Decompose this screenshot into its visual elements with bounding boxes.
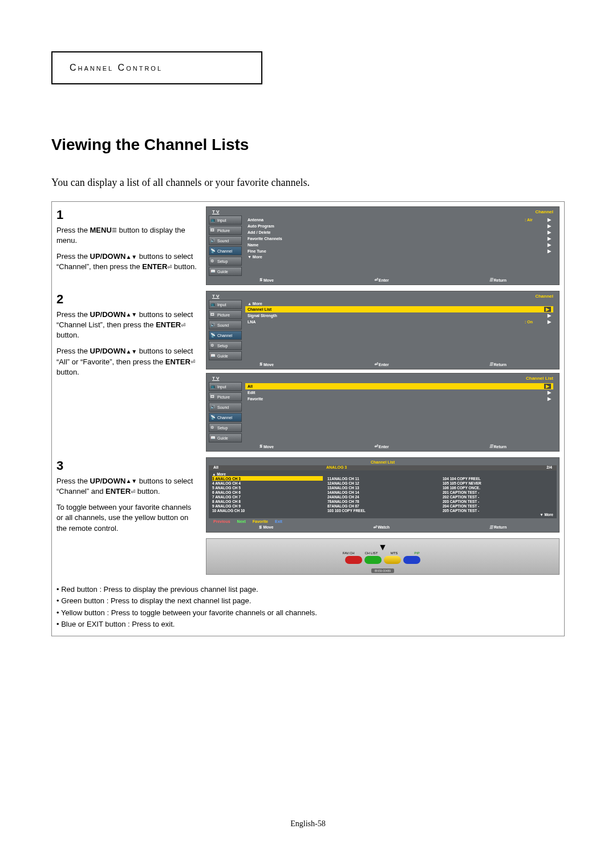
step-2-p1: Press the UP/DOWN ▲▼ buttons to select “… [56,310,199,341]
remote-yellow-button [384,556,401,564]
row-more: ▼ More [245,254,553,259]
step-3-text: 3 Press the UP/DOWN ▲▼ buttons to select… [56,457,199,575]
step-number: 1 [56,206,199,224]
step-1: 1 Press the MENU ☰ button to display the… [56,206,560,285]
row-antenna: Antenna: Air▶ [245,217,553,223]
sidebar-sound: 🔊Sound [209,236,242,245]
row-favorite: Favorite▶ [245,396,553,402]
bullet-notes: Red button : Press to display the previo… [56,585,560,629]
menu-icon: ☰ [112,226,117,234]
tv-menu-content: Antenna: Air▶ Auto Program▶ Add / Delete… [242,216,557,276]
remote-model: BN59-00489 [371,568,394,573]
row-all: All▶ [245,383,553,389]
page-number: English-58 [0,819,616,828]
updown-icon: ▲▼ [125,348,137,356]
page-title: Viewing the Channel Lists [51,136,565,154]
remote-green-button [364,556,382,564]
sidebar-setup: ⚙Setup [209,257,242,266]
chapter-title: Channel Control [70,63,163,72]
row-name: Name▶ [245,242,553,248]
step-3-p2: To toggle between your favorite channels… [56,502,199,534]
step-1-text: 1 Press the MENU ☰ button to display the… [56,206,199,285]
tv-menu-channel: T VChannel 📺Input 🖼Picture 🔊Sound 📡Chann… [206,206,560,285]
updown-icon: ▲▼ [125,311,137,319]
step-number: 2 [56,291,199,308]
sidebar-guide: 📖Guide [209,267,242,276]
enter-icon: ⏎ [131,488,135,496]
updown-icon: ▲▼ [125,477,137,485]
channel-icon: 📡 [210,249,216,253]
row-favorite: Favorite Channels▶ [245,235,553,242]
remote-red-button [345,556,362,564]
tv-sidebar: 📺Input 🖼Picture 🔊Sound 📡Channel ⚙Setup 📖… [209,216,242,276]
step-3-graphics: Channel List All ANALOG 3 2/4 ▲ More 3 A… [206,457,560,575]
setup-icon: ⚙ [210,259,216,263]
updown-icon: ▲▼ [125,253,137,261]
bullet-green: Green button : Press to display the next… [56,596,560,606]
channel-grid: 3 ANALOG CH 311ANALOG CH 11104 104 COPY … [212,476,553,513]
guide-icon: 📖 [210,269,216,274]
remote-blue-button [403,556,420,564]
tv-menu-channel-list: T VChannel List 📺Input 🖼Picture 🔊Sound 📡… [206,373,560,452]
step-2-graphics: T VChannel 📺Input 🖼Picture 🔊Sound 📡Chann… [206,291,560,452]
picture-icon: 🖼 [210,228,216,233]
step-3-p1: Press the UP/DOWN ▲▼ buttons to select “… [56,476,199,497]
enter-icon: ⏎ [191,358,195,366]
remote-illustration: ▼ FAV.CH CH LIST MTS PIP BN59-00489 [206,538,560,575]
step-1-p2: Press the UP/DOWN ▲▼ buttons to select “… [56,251,199,272]
input-icon: 📺 [210,218,216,222]
tv-footer: Move Enter Return [209,276,557,282]
return-icon [489,278,493,282]
channel-list-screen: Channel List All ANALOG 3 2/4 ▲ More 3 A… [206,457,560,533]
channel-list-title: Channel List [209,460,557,465]
sound-icon: 🔊 [210,238,216,243]
enter-icon [374,278,378,282]
step-number: 3 [56,457,199,475]
row-finetune: Fine Tune▶ [245,248,553,254]
row-channel-list: Channel List▶ [245,306,553,312]
step-2: 2 Press the UP/DOWN ▲▼ buttons to select… [56,291,560,452]
sidebar-picture: 🖼Picture [209,226,242,235]
sidebar-channel: 📡Channel [209,246,242,255]
intro-text: You can display a list of all channels o… [51,177,565,189]
bullet-yellow: Yellow button : Press to toggle between … [56,608,560,618]
move-icon [259,278,262,282]
steps-container: 1 Press the MENU ☰ button to display the… [51,201,565,636]
step-2-text: 2 Press the UP/DOWN ▲▼ buttons to select… [56,291,199,452]
chapter-box: Channel Control [51,51,262,84]
enter-icon: ⏎ [181,322,185,330]
row-adddelete: Add / Delete▶ [245,229,553,235]
step-1-graphics: T VChannel 📺Input 🖼Picture 🔊Sound 📡Chann… [206,206,560,285]
bullet-blue: Blue or EXIT button : Press to exit. [56,620,560,629]
row-edit: Edit▶ [245,389,553,396]
tv-menu-channel-more: T VChannel 📺Input 🖼Picture 🔊Sound 📡Chann… [206,291,560,369]
row-autoprogram: Auto Program▶ [245,223,553,229]
step-1-p1: Press the MENU ☰ button to display the m… [56,225,199,246]
sidebar-input: 📺Input [209,216,242,225]
bullet-red: Red button : Press to display the previo… [56,585,560,594]
step-3: 3 Press the UP/DOWN ▲▼ buttons to select… [56,457,560,575]
step-2-p2: Press the UP/DOWN ▲▼ buttons to select “… [56,346,199,377]
